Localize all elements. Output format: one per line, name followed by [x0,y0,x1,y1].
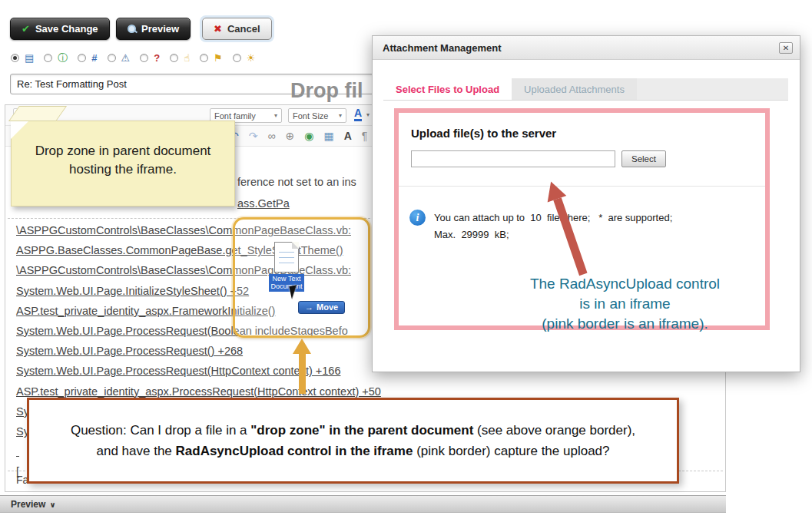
question-line-2: and have the RadAsyncUpload control in t… [29,441,677,461]
annotation-line-2: is in an iframe [491,294,759,314]
post-text-fragment: ass.GetPa [237,197,290,210]
post-icon-radio[interactable] [200,54,208,62]
iframe-annotation-text: The RadAsyncUpload control is in an ifra… [491,274,759,334]
question-icon[interactable]: ? [154,53,160,63]
post-icon-radio[interactable] [78,54,86,62]
image-icon[interactable]: ▦ [323,129,333,143]
attachment-management-dialog: Attachment Management ✕ Select Files to … [372,35,800,372]
post-icon-option: ☝ [170,53,190,63]
annotation-line-1: The RadAsyncUpload control [491,274,759,294]
font-family-label: Font family [214,111,256,121]
post-icon-radio[interactable] [44,54,52,62]
preview-collapse-bar: Preview ∨ [0,495,726,513]
move-arrow-icon: → [305,302,313,312]
globe-icon[interactable]: ◉ [304,129,313,143]
preview-label: Preview [141,23,179,35]
info-icon: i [409,210,426,226]
sticky-note-text: Drop zone in parent document hosting the… [12,121,234,179]
question-annotation-box: Question: Can I drop a file in a "drop z… [27,398,679,484]
post-icon-option: ? [140,53,160,63]
text-file-icon [274,242,299,273]
warning-icon[interactable]: ⚠ [121,53,131,63]
move-drag-badge: → Move [298,301,345,314]
dialog-tab-strip: Select Files to Upload Uploaded Attachme… [383,78,788,101]
cancel-x-icon: ✖ [214,23,222,35]
dialog-header[interactable]: Attachment Management ✕ [373,36,800,60]
annotation-line-3: (pink border is an iframe). [491,314,759,334]
hyperlink-icon[interactable]: ∞ [267,129,275,143]
font-size-label: Font Size [293,111,328,121]
post-icon-option: ☀ [233,53,256,63]
select-file-button[interactable]: Select [621,150,666,167]
save-change-label: Save Change [35,23,98,35]
document-icon[interactable]: ▤ [25,53,34,63]
save-change-button[interactable]: ✔ Save Change [10,18,110,40]
thumbs-up-icon[interactable]: ☝ [184,53,190,63]
info-icon[interactable]: ⓘ [58,53,68,63]
tab-uploaded-attachments[interactable]: Uploaded Attachments [512,78,637,100]
upload-filename-input[interactable] [411,150,615,167]
find-icon[interactable]: A [344,129,352,143]
arrow-head [542,178,566,202]
post-icon-option: ▤ [11,53,34,63]
post-icon-option: # [78,53,97,63]
chevron-down-icon: ▾ [366,111,370,118]
question-line-1: Question: Can I drop a file in a "drop z… [29,420,677,441]
tab-select-files-to-upload[interactable]: Select Files to Upload [383,78,512,100]
hash-icon[interactable]: # [91,53,97,63]
key-icon[interactable]: ⚑ [214,53,223,63]
upload-iframe-pink-border: Upload file(s) to the server Select i Yo… [394,108,770,330]
post-icon-option: ⚠ [108,53,131,63]
post-icon-radio[interactable] [170,54,178,62]
paragraph-icon[interactable]: ¶ [362,129,368,143]
chevron-down-icon: ▾ [339,112,342,119]
font-size-select[interactable]: Font Size ▾ [288,108,346,123]
upload-heading: Upload file(s) to the server [411,127,765,140]
preview-toggle-label: Preview [11,499,45,510]
post-icon-option: ⚑ [200,53,223,63]
arrow-shaft [299,354,306,394]
upload-info-row: i You can attach up to 10 files here; * … [409,210,765,243]
chevron-down-icon: ▾ [274,112,277,119]
move-label: Move [317,302,338,312]
close-icon[interactable]: ✕ [779,42,793,54]
stack-line: System.Web.UI.Page.ProcessRequest() +268 [16,341,381,361]
drop-files-overlay-text: Drop fil [290,79,363,103]
upload-separator [399,186,765,187]
lamp-icon[interactable]: ☀ [247,53,256,63]
post-icon-radio[interactable] [108,54,116,62]
sticky-note: Drop zone in parent document hosting the… [11,121,235,206]
chevron-down-icon: ∨ [49,501,55,509]
redo-icon[interactable]: ↷ [249,129,258,143]
post-icon-radio[interactable] [233,54,241,62]
upload-info-line-2: Max. 29999 kB; [434,226,672,243]
dragged-file-label: New Text Document [269,274,304,292]
magnifier-icon [128,25,136,33]
stack-line: System.Web.UI.Page.ProcessRequest(HttpCo… [16,361,381,381]
post-icon-row: ▤ ⓘ # ⚠ ? ☝ ⚑ ☀ [11,49,255,66]
forum-post-editor-screen: ✔ Save Change Preview ✖ Cancel ▤ ⓘ # ⚠ ? [0,0,812,522]
post-icon-option: ⓘ [44,53,68,63]
dialog-title: Attachment Management [383,42,502,54]
post-icon-radio[interactable] [11,54,19,62]
cancel-button[interactable]: ✖ Cancel [202,18,272,40]
cancel-label: Cancel [227,23,260,35]
post-icon-radio[interactable] [140,54,148,62]
post-text-fragment: ference not set to an ins [237,176,356,188]
preview-button[interactable]: Preview [116,18,191,40]
orange-annotation-arrow [293,339,311,394]
upload-row: Select [411,150,765,167]
font-color-button[interactable]: A [354,107,362,121]
anchor-icon[interactable]: ⊕ [285,129,294,143]
check-icon: ✔ [22,23,30,35]
dragged-file[interactable]: New Text Document [269,242,304,292]
preview-toggle[interactable]: Preview ∨ [11,499,56,510]
arrow-head [293,339,311,354]
